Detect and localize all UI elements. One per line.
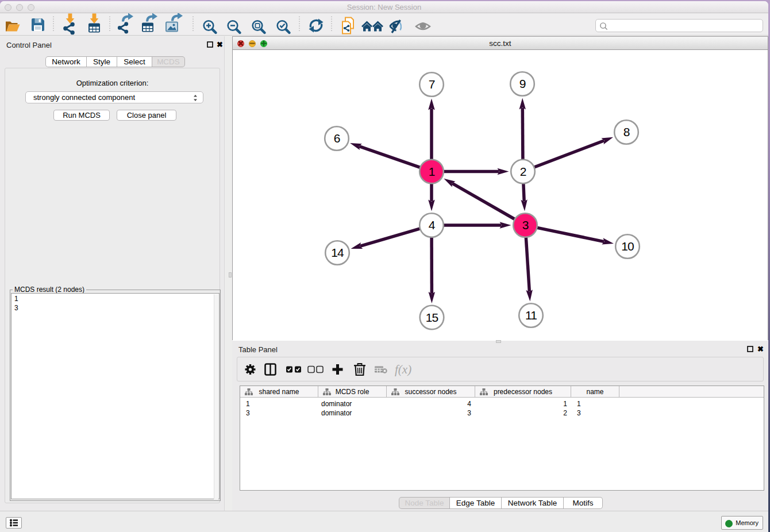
svg-text:4: 4 — [429, 218, 436, 232]
svg-text:14: 14 — [331, 246, 344, 259]
svg-text:10: 10 — [621, 240, 634, 253]
svg-text:3: 3 — [522, 218, 529, 232]
svg-text:2: 2 — [520, 165, 526, 178]
svg-text:7: 7 — [429, 78, 435, 91]
svg-text:1: 1 — [429, 165, 435, 178]
svg-text:8: 8 — [623, 125, 630, 138]
svg-text:9: 9 — [519, 77, 526, 90]
svg-text:11: 11 — [525, 309, 537, 322]
svg-text:f(x): f(x) — [395, 363, 411, 376]
svg-text:6: 6 — [334, 132, 340, 145]
svg-text:15: 15 — [426, 311, 438, 324]
